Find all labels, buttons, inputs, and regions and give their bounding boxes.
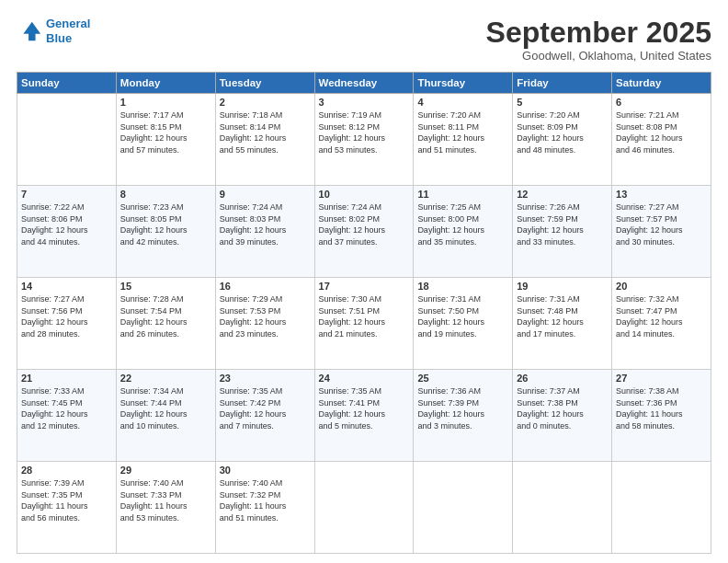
calendar-cell: 28Sunrise: 7:39 AM Sunset: 7:35 PM Dayli…	[17, 462, 117, 554]
day-number: 15	[120, 281, 211, 292]
day-info: Sunrise: 7:28 AM Sunset: 7:54 PM Dayligh…	[120, 293, 211, 339]
calendar-header-row: Sunday Monday Tuesday Wednesday Thursday…	[17, 73, 711, 94]
calendar-cell: 2Sunrise: 7:18 AM Sunset: 8:14 PM Daylig…	[215, 94, 314, 186]
day-number: 13	[616, 189, 707, 200]
day-number: 25	[417, 373, 508, 384]
calendar-cell	[513, 462, 612, 554]
day-number: 6	[616, 97, 707, 108]
calendar-week-4: 28Sunrise: 7:39 AM Sunset: 7:35 PM Dayli…	[17, 462, 711, 554]
calendar-cell: 10Sunrise: 7:24 AM Sunset: 8:02 PM Dayli…	[314, 186, 414, 278]
calendar-cell: 3Sunrise: 7:19 AM Sunset: 8:12 PM Daylig…	[314, 94, 414, 186]
day-info: Sunrise: 7:40 AM Sunset: 7:33 PM Dayligh…	[120, 477, 211, 523]
col-monday: Monday	[116, 73, 215, 94]
svg-marker-0	[23, 21, 40, 40]
day-number: 11	[417, 189, 508, 200]
day-number: 12	[517, 189, 608, 200]
day-number: 8	[120, 189, 211, 200]
day-number: 21	[21, 373, 112, 384]
calendar-cell	[612, 462, 711, 554]
day-number: 7	[21, 189, 112, 200]
logo-text: General Blue	[46, 17, 90, 45]
col-sunday: Sunday	[17, 73, 117, 94]
day-number: 26	[517, 373, 608, 384]
day-info: Sunrise: 7:31 AM Sunset: 7:48 PM Dayligh…	[517, 293, 608, 339]
calendar-cell: 9Sunrise: 7:24 AM Sunset: 8:03 PM Daylig…	[215, 186, 314, 278]
calendar-week-3: 21Sunrise: 7:33 AM Sunset: 7:45 PM Dayli…	[17, 370, 711, 462]
col-friday: Friday	[513, 73, 612, 94]
location: Goodwell, Oklahoma, United States	[486, 49, 711, 63]
day-info: Sunrise: 7:23 AM Sunset: 8:05 PM Dayligh…	[120, 201, 211, 247]
day-info: Sunrise: 7:37 AM Sunset: 7:38 PM Dayligh…	[517, 385, 608, 431]
day-number: 5	[517, 97, 608, 108]
day-number: 28	[21, 465, 112, 476]
calendar-cell: 29Sunrise: 7:40 AM Sunset: 7:33 PM Dayli…	[116, 462, 215, 554]
day-info: Sunrise: 7:38 AM Sunset: 7:36 PM Dayligh…	[616, 385, 707, 431]
calendar-cell: 13Sunrise: 7:27 AM Sunset: 7:57 PM Dayli…	[612, 186, 711, 278]
calendar-cell: 27Sunrise: 7:38 AM Sunset: 7:36 PM Dayli…	[612, 370, 711, 462]
day-number: 22	[120, 373, 211, 384]
day-info: Sunrise: 7:31 AM Sunset: 7:50 PM Dayligh…	[417, 293, 508, 339]
day-number: 27	[616, 373, 707, 384]
calendar-cell: 12Sunrise: 7:26 AM Sunset: 7:59 PM Dayli…	[513, 186, 612, 278]
day-info: Sunrise: 7:24 AM Sunset: 8:03 PM Dayligh…	[220, 201, 311, 247]
day-info: Sunrise: 7:36 AM Sunset: 7:39 PM Dayligh…	[417, 385, 508, 431]
title-block: September 2025 Goodwell, Oklahoma, Unite…	[486, 17, 711, 63]
logo: General Blue	[17, 17, 90, 45]
day-info: Sunrise: 7:40 AM Sunset: 7:32 PM Dayligh…	[220, 477, 311, 523]
calendar-cell: 22Sunrise: 7:34 AM Sunset: 7:44 PM Dayli…	[116, 370, 215, 462]
day-number: 17	[319, 281, 410, 292]
day-number: 23	[220, 373, 311, 384]
logo-icon	[17, 18, 42, 44]
day-info: Sunrise: 7:17 AM Sunset: 8:15 PM Dayligh…	[120, 109, 211, 155]
col-thursday: Thursday	[414, 73, 513, 94]
day-number: 4	[417, 97, 508, 108]
calendar-week-0: 1Sunrise: 7:17 AM Sunset: 8:15 PM Daylig…	[17, 94, 711, 186]
day-info: Sunrise: 7:20 AM Sunset: 8:09 PM Dayligh…	[517, 109, 608, 155]
day-number: 14	[21, 281, 112, 292]
day-number: 18	[417, 281, 508, 292]
calendar-cell: 4Sunrise: 7:20 AM Sunset: 8:11 PM Daylig…	[414, 94, 513, 186]
calendar-week-2: 14Sunrise: 7:27 AM Sunset: 7:56 PM Dayli…	[17, 278, 711, 370]
day-info: Sunrise: 7:34 AM Sunset: 7:44 PM Dayligh…	[120, 385, 211, 431]
header: General Blue September 2025 Goodwell, Ok…	[17, 17, 711, 63]
day-number: 16	[220, 281, 311, 292]
day-number: 24	[319, 373, 410, 384]
day-info: Sunrise: 7:33 AM Sunset: 7:45 PM Dayligh…	[21, 385, 112, 431]
calendar-cell: 5Sunrise: 7:20 AM Sunset: 8:09 PM Daylig…	[513, 94, 612, 186]
day-number: 3	[319, 97, 410, 108]
calendar-cell: 21Sunrise: 7:33 AM Sunset: 7:45 PM Dayli…	[17, 370, 117, 462]
day-info: Sunrise: 7:30 AM Sunset: 7:51 PM Dayligh…	[319, 293, 410, 339]
col-wednesday: Wednesday	[314, 73, 414, 94]
calendar-cell: 23Sunrise: 7:35 AM Sunset: 7:42 PM Dayli…	[215, 370, 314, 462]
calendar-cell: 15Sunrise: 7:28 AM Sunset: 7:54 PM Dayli…	[116, 278, 215, 370]
day-info: Sunrise: 7:32 AM Sunset: 7:47 PM Dayligh…	[616, 293, 707, 339]
calendar-cell: 7Sunrise: 7:22 AM Sunset: 8:06 PM Daylig…	[17, 186, 117, 278]
day-info: Sunrise: 7:18 AM Sunset: 8:14 PM Dayligh…	[220, 109, 311, 155]
day-number: 10	[319, 189, 410, 200]
day-info: Sunrise: 7:26 AM Sunset: 7:59 PM Dayligh…	[517, 201, 608, 247]
logo-line2: Blue	[46, 31, 72, 45]
day-number: 2	[220, 97, 311, 108]
day-number: 1	[120, 97, 211, 108]
month-title: September 2025	[486, 17, 711, 49]
day-info: Sunrise: 7:21 AM Sunset: 8:08 PM Dayligh…	[616, 109, 707, 155]
calendar-cell: 19Sunrise: 7:31 AM Sunset: 7:48 PM Dayli…	[513, 278, 612, 370]
day-info: Sunrise: 7:25 AM Sunset: 8:00 PM Dayligh…	[417, 201, 508, 247]
day-info: Sunrise: 7:27 AM Sunset: 7:57 PM Dayligh…	[616, 201, 707, 247]
day-info: Sunrise: 7:35 AM Sunset: 7:42 PM Dayligh…	[220, 385, 311, 431]
calendar-cell: 20Sunrise: 7:32 AM Sunset: 7:47 PM Dayli…	[612, 278, 711, 370]
calendar-cell: 26Sunrise: 7:37 AM Sunset: 7:38 PM Dayli…	[513, 370, 612, 462]
day-info: Sunrise: 7:39 AM Sunset: 7:35 PM Dayligh…	[21, 477, 112, 523]
calendar-cell: 14Sunrise: 7:27 AM Sunset: 7:56 PM Dayli…	[17, 278, 117, 370]
calendar-cell: 25Sunrise: 7:36 AM Sunset: 7:39 PM Dayli…	[414, 370, 513, 462]
day-info: Sunrise: 7:29 AM Sunset: 7:53 PM Dayligh…	[220, 293, 311, 339]
calendar-cell: 30Sunrise: 7:40 AM Sunset: 7:32 PM Dayli…	[215, 462, 314, 554]
day-number: 20	[616, 281, 707, 292]
day-info: Sunrise: 7:27 AM Sunset: 7:56 PM Dayligh…	[21, 293, 112, 339]
day-number: 19	[517, 281, 608, 292]
calendar-cell: 8Sunrise: 7:23 AM Sunset: 8:05 PM Daylig…	[116, 186, 215, 278]
calendar-cell: 17Sunrise: 7:30 AM Sunset: 7:51 PM Dayli…	[314, 278, 414, 370]
calendar-cell: 16Sunrise: 7:29 AM Sunset: 7:53 PM Dayli…	[215, 278, 314, 370]
calendar-cell	[314, 462, 414, 554]
calendar-cell: 6Sunrise: 7:21 AM Sunset: 8:08 PM Daylig…	[612, 94, 711, 186]
